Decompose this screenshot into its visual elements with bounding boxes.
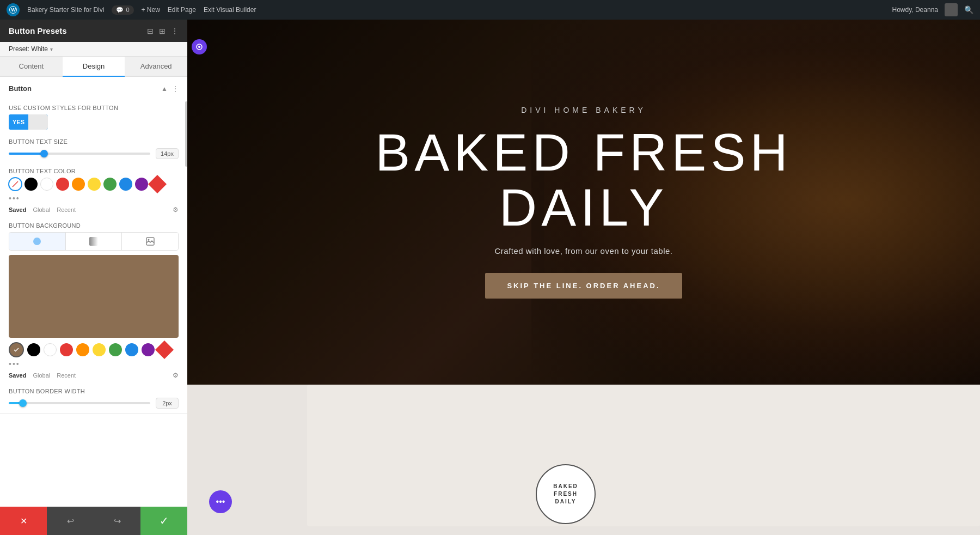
color-tab-recent[interactable]: Recent [57,206,76,213]
bg-gradient-btn[interactable] [66,233,122,250]
main-layout: Button Presets ⊟ ⊞ ⋮ Preset: White ▾ Con… [0,20,980,535]
comment-bubble[interactable]: 💬 0 [112,5,133,15]
howdy-text: Howdy, Deanna [892,6,939,14]
hero-title: BAKED FRESH DAILY [375,125,792,235]
floating-menu-button[interactable]: ••• [209,490,232,513]
svg-point-3 [33,238,41,245]
wp-logo[interactable]: W [7,3,20,16]
bg-swatch-green[interactable] [109,343,122,356]
builder-toggle[interactable] [192,39,207,54]
text-size-slider-row: 14px [9,148,179,159]
toggle-container: YES [9,114,179,130]
canvas-area: DIVI HOME BAKERY BAKED FRESH DAILY Craft… [187,20,980,535]
tab-content[interactable]: Content [0,57,63,76]
section-collapse-icon[interactable]: ▲ [161,85,168,93]
color-swatch-yellow[interactable] [88,178,101,191]
bg-color-btn[interactable] [9,233,66,250]
text-color-swatches [9,178,179,191]
admin-search-icon[interactable]: 🔍 [964,5,973,14]
text-size-value[interactable]: 14px [156,148,179,159]
bg-tab-global[interactable]: Global [33,372,50,379]
toggle-no[interactable] [28,114,48,130]
border-width-field: Button Border Width 2px [0,384,187,413]
color-settings-icon[interactable]: ⚙ [173,206,179,214]
svg-point-8 [198,46,200,48]
cancel-button[interactable]: ✕ [0,507,47,535]
text-size-thumb[interactable] [40,150,48,157]
svg-rect-4 [89,237,98,246]
panel-preset[interactable]: Preset: White ▾ [0,42,187,57]
bg-color-swatch-active[interactable] [9,342,24,357]
bg-tab-recent[interactable]: Recent [57,372,76,379]
tab-advanced[interactable]: Advanced [125,57,187,76]
hero-subtitle: DIVI HOME BAKERY [375,106,792,114]
border-width-thumb[interactable] [19,399,27,407]
hero-content: DIVI HOME BAKERY BAKED FRESH DAILY Craft… [353,84,813,320]
color-swatch-pencil[interactable] [9,178,22,191]
minimize-icon[interactable]: ⊟ [147,27,154,35]
bg-swatch-custom[interactable] [155,341,174,359]
undo-icon: ↩ [67,516,74,526]
color-swatch-red[interactable] [56,178,69,191]
border-width-track[interactable] [9,402,150,404]
bg-label: Button Background [9,222,179,229]
bg-swatch-purple[interactable] [142,343,155,356]
hero-title-line1: BAKED FRESH [375,123,792,181]
color-preview-large[interactable] [9,255,179,338]
section-title: Button [9,84,32,93]
section-controls: ▲ ⋮ [161,85,179,93]
custom-styles-field: Use Custom Styles For Button YES [0,100,187,134]
bg-settings-icon[interactable]: ⚙ [173,372,179,379]
bg-swatch-black[interactable] [27,343,40,356]
color-swatch-white[interactable] [40,178,53,191]
text-size-track[interactable] [9,153,150,155]
color-swatch-green[interactable] [103,178,117,191]
panel-title: Button Presets [9,26,67,35]
undo-button[interactable]: ↩ [47,507,94,535]
panel-header: Button Presets ⊟ ⊞ ⋮ [0,20,187,42]
section-header: Button ▲ ⋮ [0,77,187,100]
bottom-area: ••• BAKEDFRESHDAILY [187,385,980,535]
color-more-dots[interactable]: ••• [9,194,20,203]
bg-swatch-blue[interactable] [125,343,138,356]
svg-line-2 [13,181,18,187]
user-avatar[interactable] [945,3,958,16]
expand-icon[interactable]: ⊞ [159,27,166,35]
tab-design[interactable]: Design [63,57,125,77]
bg-field: Button Background [0,218,187,384]
button-section: Button ▲ ⋮ Use Custom Styles For Button … [0,77,187,414]
color-swatch-blue[interactable] [119,178,132,191]
color-tab-saved[interactable]: Saved [9,206,26,213]
bg-color-more-dots[interactable]: ••• [9,360,20,368]
stamp-circle: BAKEDFRESHDAILY [536,464,596,524]
site-name-link[interactable]: Bakery Starter Site for Divi [27,6,104,14]
toggle-yes[interactable]: YES [9,114,28,130]
text-size-fill [9,153,44,155]
save-button[interactable]: ✓ [140,507,187,535]
bg-swatch-yellow[interactable] [93,343,106,356]
bg-tab-saved[interactable]: Saved [9,372,26,379]
color-tab-global[interactable]: Global [33,206,50,213]
redo-icon: ↪ [114,516,121,526]
bg-swatch-orange[interactable] [76,343,89,356]
new-link[interactable]: + New [142,6,160,14]
exit-builder-link[interactable]: Exit Visual Builder [204,6,256,14]
svg-text:W: W [11,7,16,13]
color-swatch-custom[interactable] [148,175,167,193]
hero-cta-button[interactable]: SKIP THE LINE. ORDER AHEAD. [485,273,682,299]
redo-button[interactable]: ↪ [94,507,140,535]
custom-styles-toggle[interactable]: YES [9,114,48,130]
panel-body: Button ▲ ⋮ Use Custom Styles For Button … [0,77,187,507]
edit-page-link[interactable]: Edit Page [168,6,196,14]
section-menu-icon[interactable]: ⋮ [172,85,179,93]
border-width-value[interactable]: 2px [156,398,179,409]
stamp-line1: BAKEDFRESHDAILY [553,483,578,506]
color-swatch-purple[interactable] [135,178,148,191]
color-swatch-black[interactable] [24,178,38,191]
hero-description: Crafted with love, from our oven to your… [375,246,792,256]
color-swatch-orange[interactable] [72,178,85,191]
bg-swatch-red[interactable] [60,343,73,356]
more-icon[interactable]: ⋮ [171,27,179,35]
bg-image-btn[interactable] [122,233,178,250]
bg-swatch-white[interactable] [44,343,57,356]
